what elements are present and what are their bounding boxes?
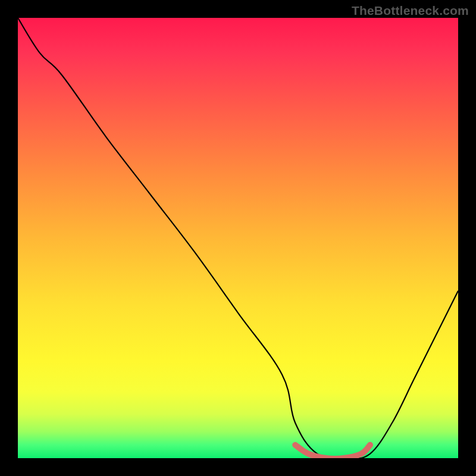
optimal-band-line: [295, 445, 370, 458]
bottleneck-curve-line: [18, 18, 458, 458]
curve-svg: [18, 18, 458, 458]
watermark-text: TheBottleneck.com: [352, 4, 469, 18]
plot-area: [18, 18, 458, 458]
chart-frame: TheBottleneck.com: [0, 0, 476, 476]
